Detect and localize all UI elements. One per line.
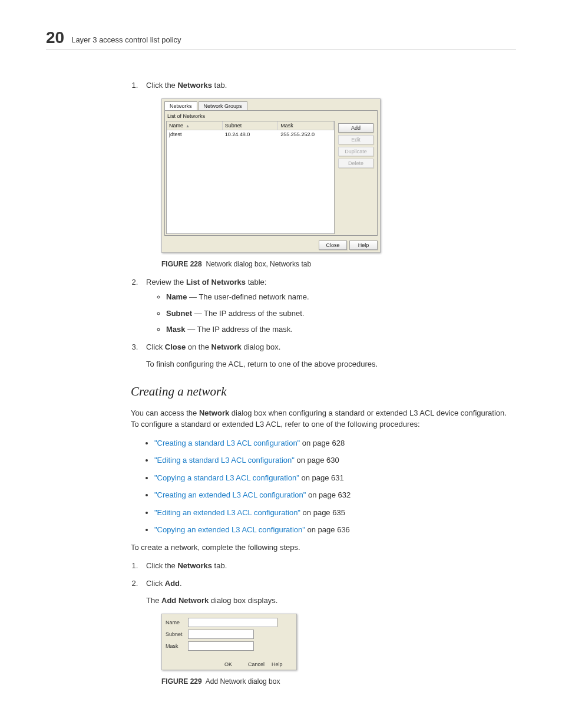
chapter-title: Layer 3 access control list policy bbox=[71, 35, 181, 44]
link[interactable]: "Editing a standard L3 ACL configuration… bbox=[154, 456, 295, 465]
duplicate-button[interactable]: Duplicate bbox=[338, 147, 373, 156]
subnet-input[interactable] bbox=[188, 630, 254, 639]
col-mask[interactable]: Mask bbox=[278, 121, 334, 130]
step-1: Click the Networks tab. bbox=[140, 80, 516, 91]
bullet-name: Name — The user-defined network name. bbox=[166, 291, 516, 303]
cancel-button[interactable]: Cancel bbox=[248, 661, 269, 667]
link-edit-ext: "Editing an extended L3 ACL configuratio… bbox=[154, 507, 516, 519]
link-create-std: "Creating a standard L3 ACL configuratio… bbox=[154, 437, 516, 449]
close-button[interactable]: Close bbox=[319, 241, 347, 250]
tab-network-groups[interactable]: Network Groups bbox=[199, 101, 247, 110]
figure-228-caption: FIGURE 228 Network dialog box, Networks … bbox=[161, 260, 516, 268]
link[interactable]: "Copying an extended L3 ACL configuratio… bbox=[154, 525, 305, 534]
add-button[interactable]: Add bbox=[338, 123, 373, 133]
ok-button[interactable]: OK bbox=[224, 661, 246, 667]
label-subnet: Subnet bbox=[166, 631, 188, 637]
chapter-number: 20 bbox=[46, 29, 64, 46]
link-copy-ext: "Copying an extended L3 ACL configuratio… bbox=[154, 524, 516, 536]
edit-button[interactable]: Edit bbox=[338, 135, 373, 144]
mask-input[interactable] bbox=[188, 641, 254, 651]
figure-229-caption: FIGURE 229 Add Network dialog box bbox=[161, 677, 516, 686]
create-step-2: Click Add. The Add Network dialog box di… bbox=[140, 578, 516, 607]
delete-button[interactable]: Delete bbox=[338, 159, 373, 168]
page-header: 20 Layer 3 access control list policy bbox=[46, 29, 516, 50]
name-input[interactable] bbox=[188, 618, 277, 627]
link-copy-std: "Copying a standard L3 ACL configuration… bbox=[154, 472, 516, 484]
link-edit-std: "Editing a standard L3 ACL configuration… bbox=[154, 454, 516, 466]
label-mask: Mask bbox=[166, 643, 188, 649]
networks-table: Name▲ Subnet Mask jdtest 10.24.48.0 255.… bbox=[166, 121, 335, 234]
step-2: Review the List of Networks table: Name … bbox=[140, 276, 516, 335]
link[interactable]: "Creating a standard L3 ACL configuratio… bbox=[154, 439, 300, 447]
create-network-steps-intro: To create a network, complete the follow… bbox=[131, 542, 516, 554]
bullet-mask: Mask — The IP address of the mask. bbox=[166, 324, 516, 335]
panel-title: List of Networks bbox=[166, 112, 376, 121]
help-button[interactable]: Help bbox=[272, 661, 293, 667]
figure-229: Name Subnet Mask OK Cancel Help bbox=[161, 614, 516, 670]
step-3-post: To finish configuring the ACL, return to… bbox=[146, 358, 516, 370]
bullet-subnet: Subnet — The IP address of the subnet. bbox=[166, 308, 516, 319]
sort-asc-icon: ▲ bbox=[186, 124, 190, 128]
figure-228: Networks Network Groups List of Networks… bbox=[161, 98, 516, 253]
table-row[interactable]: jdtest 10.24.48.0 255.255.252.0 bbox=[167, 130, 334, 139]
section-heading-creating-network: Creating a network bbox=[131, 384, 516, 399]
link-create-ext: "Creating an extended L3 ACL configurati… bbox=[154, 489, 516, 501]
creating-network-intro: You can access the Network dialog box wh… bbox=[131, 407, 516, 430]
link[interactable]: "Creating an extended L3 ACL configurati… bbox=[154, 490, 306, 499]
label-name: Name bbox=[166, 620, 188, 625]
col-subnet[interactable]: Subnet bbox=[223, 121, 279, 130]
tab-networks[interactable]: Networks bbox=[164, 101, 197, 110]
col-name[interactable]: Name▲ bbox=[167, 121, 223, 130]
link[interactable]: "Editing an extended L3 ACL configuratio… bbox=[154, 508, 300, 517]
step-3: Click Close on the Network dialog box. T… bbox=[140, 341, 516, 370]
help-button[interactable]: Help bbox=[349, 241, 378, 250]
add-network-dialog: Name Subnet Mask OK Cancel Help bbox=[161, 614, 297, 670]
network-dialog: Networks Network Groups List of Networks… bbox=[161, 98, 381, 253]
create-step-1: Click the Networks tab. bbox=[140, 560, 516, 572]
link[interactable]: "Copying a standard L3 ACL configuration… bbox=[154, 473, 299, 482]
